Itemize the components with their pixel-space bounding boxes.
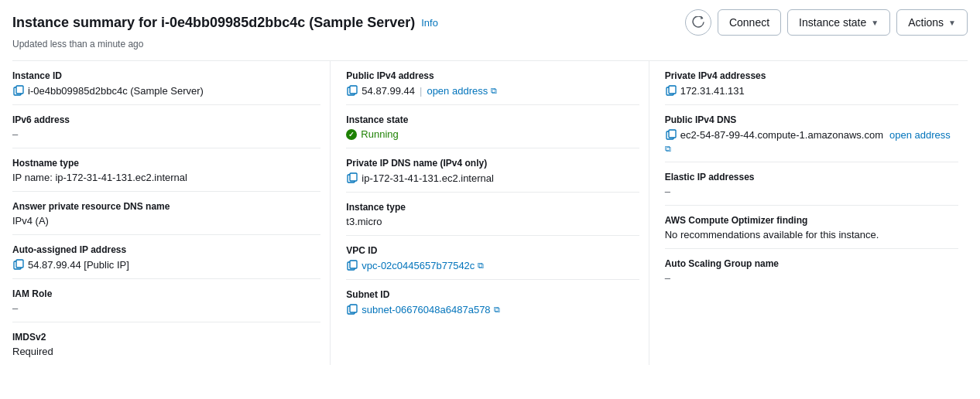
elastic-ip-value: – bbox=[665, 186, 670, 197]
hostname-type-value: IP name: ip-172-31-41-131.ec2.internal bbox=[12, 172, 187, 183]
svg-rect-15 bbox=[669, 130, 676, 138]
field-private-ipv4: Private IPv4 addresses 172.31.41.131 bbox=[665, 61, 958, 105]
svg-rect-5 bbox=[350, 86, 357, 94]
field-vpc-id: VPC ID vpc-02c0445657b77542c ⧉ bbox=[346, 236, 639, 280]
info-link[interactable]: Info bbox=[421, 17, 438, 29]
public-ipv4-value: 54.87.99.44 bbox=[362, 85, 415, 97]
field-hostname-type: Hostname type IP name: ip-172-31-41-131.… bbox=[12, 148, 320, 192]
copy-icon[interactable] bbox=[346, 303, 358, 315]
svg-rect-3 bbox=[16, 260, 23, 268]
answer-private-dns-value: IPv4 (A) bbox=[12, 215, 49, 227]
copy-icon[interactable] bbox=[346, 84, 358, 97]
auto-scaling-group-value: – bbox=[665, 272, 670, 284]
copy-icon[interactable] bbox=[665, 84, 677, 97]
external-link-icon: ⧉ bbox=[665, 144, 671, 154]
copy-icon[interactable] bbox=[346, 172, 358, 184]
subnet-id-link[interactable]: subnet-06676048a6487a578 bbox=[362, 304, 490, 315]
chevron-down-icon: ▼ bbox=[871, 19, 879, 27]
instance-state-button[interactable]: Instance state ▼ bbox=[787, 9, 890, 36]
svg-rect-11 bbox=[350, 305, 357, 312]
vpc-id-link[interactable]: vpc-02c0445657b77542c bbox=[362, 260, 475, 271]
page-container: Instance summary for i-0e4bb09985d2bbc4c… bbox=[0, 0, 980, 377]
field-public-ipv4-dns: Public IPv4 DNS ec2-54-87-99-44.compute-… bbox=[665, 105, 958, 162]
external-link-icon: ⧉ bbox=[494, 305, 500, 315]
connect-button[interactable]: Connect bbox=[718, 9, 781, 36]
field-imdsv2: IMDSv2 Required bbox=[12, 322, 320, 365]
auto-assigned-ip-value: 54.87.99.44 [Public IP] bbox=[28, 259, 129, 271]
open-address-dns-link[interactable]: open address bbox=[889, 129, 951, 141]
ipv6-value: – bbox=[12, 128, 18, 140]
chevron-down-icon: ▼ bbox=[948, 19, 956, 27]
external-link-icon: ⧉ bbox=[478, 261, 484, 271]
instance-state-value: Running bbox=[361, 128, 398, 140]
instance-type-value: t3.micro bbox=[346, 216, 382, 227]
column-3: Private IPv4 addresses 172.31.41.131 Pub… bbox=[649, 61, 968, 365]
svg-rect-1 bbox=[16, 86, 23, 94]
copy-icon[interactable] bbox=[12, 258, 25, 271]
svg-rect-9 bbox=[350, 261, 357, 268]
iam-role-value: – bbox=[12, 302, 18, 314]
actions-button[interactable]: Actions ▼ bbox=[896, 9, 968, 36]
status-dot-icon bbox=[346, 129, 357, 140]
status-running: Running bbox=[346, 128, 398, 140]
column-1: Instance ID i-0e4bb09985d2bbc4c (Sample … bbox=[12, 61, 331, 365]
column-2: Public IPv4 address 54.87.99.44 | open a… bbox=[331, 61, 649, 365]
copy-icon[interactable] bbox=[12, 84, 25, 97]
field-public-ipv4: Public IPv4 address 54.87.99.44 | open a… bbox=[346, 61, 639, 105]
refresh-icon bbox=[692, 16, 704, 29]
field-elastic-ip: Elastic IP addresses – bbox=[665, 162, 958, 206]
field-iam-role: IAM Role – bbox=[12, 279, 320, 322]
field-ipv6: IPv6 address – bbox=[12, 105, 320, 148]
header-left: Instance summary for i-0e4bb09985d2bbc4c… bbox=[12, 15, 438, 31]
field-auto-assigned-ip: Auto-assigned IP address 54.87.99.44 [Pu… bbox=[12, 235, 320, 279]
public-ipv4-dns-value: ec2-54-87-99-44.compute-1.amazonaws.com bbox=[680, 129, 883, 141]
compute-optimizer-value: No recommendations available for this in… bbox=[665, 229, 879, 240]
svg-rect-7 bbox=[350, 173, 357, 181]
details-grid: Instance ID i-0e4bb09985d2bbc4c (Sample … bbox=[12, 60, 968, 365]
imdsv2-value: Required bbox=[12, 346, 53, 357]
field-subnet-id: Subnet ID subnet-06676048a6487a578 ⧉ bbox=[346, 280, 639, 323]
copy-icon[interactable] bbox=[346, 259, 358, 271]
field-instance-id: Instance ID i-0e4bb09985d2bbc4c (Sample … bbox=[12, 61, 320, 105]
field-auto-scaling-group: Auto Scaling Group name – bbox=[665, 249, 958, 292]
field-private-ip-dns: Private IP DNS name (IPv4 only) ip-172-3… bbox=[346, 148, 639, 193]
header-actions: Connect Instance state ▼ Actions ▼ bbox=[685, 9, 968, 36]
updated-text: Updated less than a minute ago bbox=[12, 39, 968, 49]
private-ip-dns-value: ip-172-31-41-131.ec2.internal bbox=[362, 172, 494, 184]
svg-rect-13 bbox=[669, 86, 676, 94]
field-instance-state: Instance state Running bbox=[346, 105, 639, 148]
external-link-icon: ⧉ bbox=[491, 86, 497, 96]
header-row: Instance summary for i-0e4bb09985d2bbc4c… bbox=[12, 9, 968, 36]
field-compute-optimizer: AWS Compute Optimizer finding No recomme… bbox=[665, 206, 958, 249]
private-ipv4-value: 172.31.41.131 bbox=[680, 85, 745, 97]
refresh-button[interactable] bbox=[685, 9, 711, 36]
field-answer-private-dns: Answer private resource DNS name IPv4 (A… bbox=[12, 192, 320, 235]
field-instance-type: Instance type t3.micro bbox=[346, 193, 639, 236]
page-title: Instance summary for i-0e4bb09985d2bbc4c… bbox=[12, 15, 415, 31]
copy-icon[interactable] bbox=[665, 128, 677, 141]
open-address-link[interactable]: open address bbox=[427, 85, 488, 97]
instance-id-value: i-0e4bb09985d2bbc4c (Sample Server) bbox=[28, 85, 204, 97]
